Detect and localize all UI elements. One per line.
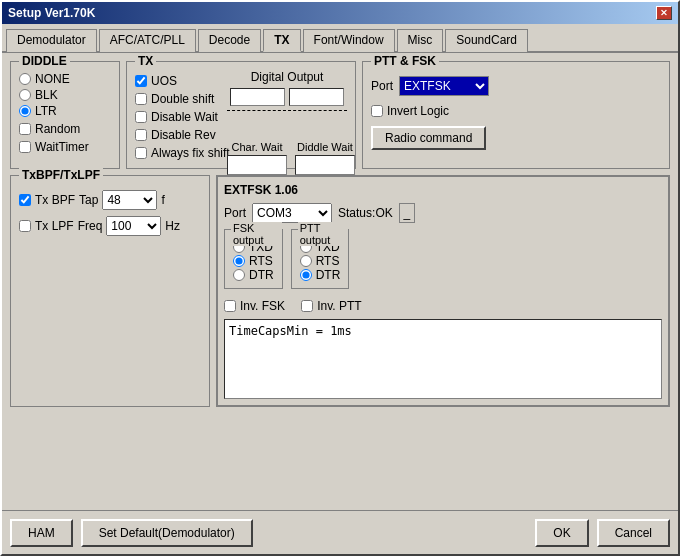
dotted-line — [227, 110, 347, 111]
tab-decode[interactable]: Decode — [198, 29, 261, 52]
tab-tx[interactable]: TX — [263, 29, 300, 52]
tap-row: Tx BPF Tap 48 f — [19, 190, 201, 210]
tx-lpf-checkbox[interactable] — [19, 220, 31, 232]
uos-checkbox[interactable] — [135, 75, 147, 87]
tap-select[interactable]: 48 — [102, 190, 157, 210]
extfsk-title: EXTFSK 1.06 — [224, 183, 662, 197]
tab-demodulator[interactable]: Demodulator — [6, 29, 97, 52]
ptt-port-row: Port EXTFSK — [371, 76, 661, 96]
char-wait-field[interactable] — [227, 155, 287, 175]
random-item: Random — [19, 122, 111, 136]
digital-output-label: Digital Output — [227, 70, 347, 84]
extfsk-port-label: Port — [224, 206, 246, 220]
tab-misc[interactable]: Misc — [397, 29, 444, 52]
main-window: Setup Ver1.70K ✕ Demodulator AFC/ATC/PLL… — [0, 0, 680, 556]
disable-rev-checkbox[interactable] — [135, 129, 147, 141]
double-shift-checkbox[interactable] — [135, 93, 147, 105]
diddle-ltr-label: LTR — [35, 104, 57, 118]
tab-soundcard[interactable]: SoundCard — [445, 29, 528, 52]
freq-select[interactable]: 100 — [106, 216, 161, 236]
wait-timer-label: WaitTimer — [35, 140, 89, 154]
random-checkbox[interactable] — [19, 123, 31, 135]
fsk-dtr-label: DTR — [249, 268, 274, 282]
wait-timer-item: WaitTimer — [19, 140, 111, 154]
digital-output-section: Digital Output Char. Wait Diddle Wait — [227, 70, 347, 175]
content-area: DIDDLE NONE BLK LTR — [2, 53, 678, 415]
ptt-output-group: PTT output TXD RTS — [291, 229, 350, 289]
extfsk-underscore-button[interactable]: _ — [399, 203, 415, 223]
inv-fsk-checkbox[interactable] — [224, 300, 236, 312]
invert-logic-checkbox[interactable] — [371, 105, 383, 117]
diddle-none-label: NONE — [35, 72, 70, 86]
disable-wait-checkbox[interactable] — [135, 111, 147, 123]
char-wait-label: Char. Wait — [227, 141, 287, 153]
char-wait-section: Char. Wait — [227, 141, 287, 175]
fsk-rts-label: RTS — [249, 254, 273, 268]
wait-section: Char. Wait Diddle Wait — [227, 141, 347, 175]
set-default-button[interactable]: Set Default(Demodulator) — [81, 519, 253, 547]
invert-logic-label: Invert Logic — [387, 104, 449, 118]
diddle-title: DIDDLE — [19, 54, 70, 68]
inv-ptt-item: Inv. PTT — [301, 299, 361, 313]
ptt-dtr-radio[interactable] — [300, 269, 312, 281]
diddle-blk-radio[interactable] — [19, 89, 31, 101]
fsk-output-group: FSK output TXD RTS — [224, 229, 283, 289]
txbpf-group: TxBPF/TxLPF Tx BPF Tap 48 f Tx LPF Freq … — [10, 175, 210, 407]
digital-output-field1[interactable] — [230, 88, 285, 106]
random-label: Random — [35, 122, 80, 136]
diddle-radio-group: NONE BLK LTR — [19, 72, 111, 118]
ptt-port-label: Port — [371, 79, 393, 93]
tab-afc-atc-pll[interactable]: AFC/ATC/PLL — [99, 29, 196, 52]
tab-bar: Demodulator AFC/ATC/PLL Decode TX Font/W… — [2, 24, 678, 53]
tx-title: TX — [135, 54, 156, 68]
diddle-none-radio[interactable] — [19, 73, 31, 85]
extfsk-panel: EXTFSK 1.06 Port COM3 Status:OK _ FSK ou… — [216, 175, 670, 407]
extfsk-port-row: Port COM3 Status:OK _ — [224, 203, 662, 223]
always-fix-shift-label: Always fix shift — [151, 146, 230, 160]
fsk-rts-item: RTS — [233, 254, 274, 268]
uos-label: UOS — [151, 74, 177, 88]
radio-command-button[interactable]: Radio command — [371, 126, 486, 150]
ok-button[interactable]: OK — [535, 519, 588, 547]
fsk-rts-radio[interactable] — [233, 255, 245, 267]
diddle-ltr-item: LTR — [19, 104, 111, 118]
wait-timer-checkbox[interactable] — [19, 141, 31, 153]
tap-label: Tap — [79, 193, 98, 207]
fsk-dtr-item: DTR — [233, 268, 274, 282]
extfsk-port-select[interactable]: COM3 — [252, 203, 332, 223]
invert-logic-item: Invert Logic — [371, 104, 661, 118]
bottom-bar: HAM Set Default(Demodulator) OK Cancel — [2, 510, 678, 554]
freq-label: Freq — [78, 219, 103, 233]
cancel-button[interactable]: Cancel — [597, 519, 670, 547]
window-title: Setup Ver1.70K — [8, 6, 95, 20]
always-fix-shift-checkbox[interactable] — [135, 147, 147, 159]
tab-font-window[interactable]: Font/Window — [303, 29, 395, 52]
row1: DIDDLE NONE BLK LTR — [10, 61, 670, 169]
txbpf-title: TxBPF/TxLPF — [19, 168, 103, 182]
ptt-fsk-title: PTT & FSK — [371, 54, 439, 68]
ptt-rts-radio[interactable] — [300, 255, 312, 267]
fsk-dtr-radio[interactable] — [233, 269, 245, 281]
disable-rev-label: Disable Rev — [151, 128, 216, 142]
ptt-port-select[interactable]: EXTFSK — [399, 76, 489, 96]
disable-wait-label: Disable Wait — [151, 110, 218, 124]
diddle-none-item: NONE — [19, 72, 111, 86]
fsk-output-title: FSK output — [231, 222, 282, 246]
tx-bpf-checkbox[interactable] — [19, 194, 31, 206]
diddle-wait-label: Diddle Wait — [295, 141, 355, 153]
row2: TxBPF/TxLPF Tx BPF Tap 48 f Tx LPF Freq … — [10, 175, 670, 407]
inv-ptt-checkbox[interactable] — [301, 300, 313, 312]
ptt-dtr-item: DTR — [300, 268, 341, 282]
diddle-wait-field[interactable] — [295, 155, 355, 175]
digital-output-field2[interactable] — [289, 88, 344, 106]
tx-bpf-label: Tx BPF — [35, 193, 75, 207]
tx-group: TX UOS Double shift Disable Wait Disable… — [126, 61, 356, 169]
inv-fsk-label: Inv. FSK — [240, 299, 285, 313]
diddle-ltr-radio[interactable] — [19, 105, 31, 117]
ptt-rts-label: RTS — [316, 254, 340, 268]
ham-button[interactable]: HAM — [10, 519, 73, 547]
diddle-blk-item: BLK — [19, 88, 111, 102]
ptt-rts-item: RTS — [300, 254, 341, 268]
ptt-dtr-label: DTR — [316, 268, 341, 282]
close-button[interactable]: ✕ — [656, 6, 672, 20]
